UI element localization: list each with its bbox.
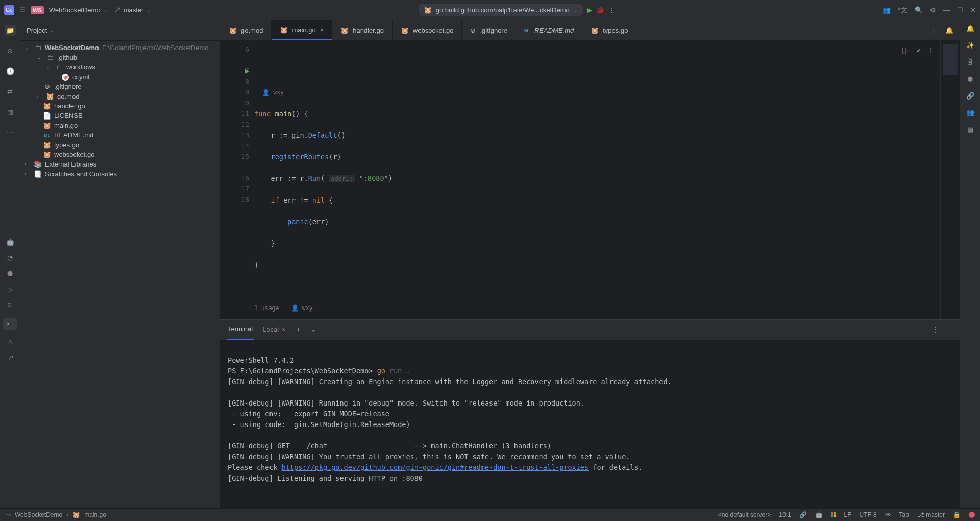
notifications-icon[interactable]: 🔔 bbox=[945, 27, 953, 34]
run-gutter-icon[interactable]: ▶ bbox=[245, 65, 249, 76]
terminal-body[interactable]: PowerShell 7.4.2 PS F:\GolandProjects\We… bbox=[220, 340, 960, 508]
tree-scratches[interactable]: › 📑 Scratches and Consoles bbox=[20, 169, 220, 179]
statusbar: ▭ WebSocketDemo › 🐹 main.go <no default … bbox=[0, 508, 980, 521]
tree-file-types[interactable]: 🐹 types.go bbox=[20, 140, 220, 150]
makefile-icon[interactable]: ⬢ bbox=[967, 75, 973, 83]
link-icon[interactable]: 🔗 bbox=[799, 511, 807, 518]
minimap[interactable] bbox=[940, 41, 960, 319]
services-icon[interactable]: ⬣ bbox=[7, 270, 13, 277]
run-configuration[interactable]: 🐹 go build github.com/palp1tate/We...cke… bbox=[419, 4, 583, 16]
tree-file-main[interactable]: 🐹 main.go bbox=[20, 121, 220, 130]
terminal-tool-icon[interactable]: ＞_ bbox=[3, 318, 16, 330]
ignore-icon: ⊘ bbox=[43, 83, 51, 90]
chevron-down-icon[interactable]: ⌄ bbox=[50, 28, 54, 33]
tree-folder-github[interactable]: ⌄ 🗀 .github bbox=[20, 53, 220, 62]
tree-folder-workflows[interactable]: ⌄ 🗀 workflows bbox=[20, 62, 220, 72]
ai-chat-icon[interactable]: 🤖 bbox=[6, 238, 14, 246]
usage-hint[interactable]: 1 usage bbox=[254, 304, 279, 312]
terminal-tab-title[interactable]: Terminal bbox=[227, 320, 254, 340]
copilot-icon[interactable]: 🤖 bbox=[815, 511, 823, 518]
commit-tool-icon[interactable]: ⊖ bbox=[5, 45, 16, 56]
tree-file-readme[interactable]: M↓ README.md bbox=[20, 130, 220, 140]
code-editor[interactable]: 6 7▶ 8 9 10 11 12 13 14 15 16 17 18 👁̶ ✔… bbox=[220, 41, 960, 319]
more-tool-icon[interactable]: ⋯ bbox=[5, 127, 16, 138]
terminal-link[interactable]: https://pkg.go.dev/github.com/gin-gonic/… bbox=[282, 463, 589, 471]
close-button[interactable]: ✕ bbox=[970, 6, 976, 14]
tree-file-ci-yml[interactable]: 🐙 ci.yml bbox=[20, 72, 220, 82]
tab-readme[interactable]: M↓README.md bbox=[516, 20, 582, 40]
tree-file-gitignore[interactable]: ⊘ .gitignore bbox=[20, 82, 220, 91]
new-session-button[interactable]: ＋ bbox=[295, 325, 302, 335]
notifications-icon[interactable]: 🔔 bbox=[966, 25, 974, 32]
inspection-ok-icon[interactable]: ✔ bbox=[917, 45, 921, 56]
git-tool-icon[interactable]: ⎇ bbox=[6, 354, 14, 362]
more-actions[interactable]: ⋮ bbox=[608, 6, 615, 14]
close-icon[interactable]: × bbox=[320, 26, 324, 34]
tab-types[interactable]: 🐹types.go bbox=[582, 20, 636, 40]
maximize-button[interactable]: ☐ bbox=[957, 6, 963, 14]
chevron-down-icon: ⌄ bbox=[146, 7, 151, 13]
line-separator[interactable]: LF bbox=[844, 511, 851, 518]
tree-file-license[interactable]: 📄 LICENSE bbox=[20, 111, 220, 121]
terminal-menu-icon[interactable]: ⋮ bbox=[932, 326, 939, 334]
lock-icon[interactable]: 🔒 bbox=[953, 511, 961, 518]
tab-gomod[interactable]: 🐹go.mod bbox=[220, 20, 272, 40]
server-status[interactable]: <no default server> bbox=[718, 511, 771, 518]
terminal-session-local[interactable]: Local × bbox=[263, 326, 286, 334]
indent-label[interactable]: Tab bbox=[899, 511, 909, 518]
encoding[interactable]: UTF-8 bbox=[860, 511, 877, 518]
tree-file-gomod[interactable]: › 🐹 go.mod bbox=[20, 91, 220, 101]
project-selector[interactable]: WebSocketDemo ⌄ bbox=[49, 6, 108, 14]
structure-tool-icon[interactable]: ▦ bbox=[5, 106, 16, 117]
database-icon[interactable]: 🗄 bbox=[967, 58, 973, 66]
debug-button[interactable]: 🐞 bbox=[596, 6, 604, 14]
breadcrumb-file[interactable]: main.go bbox=[84, 511, 106, 518]
tab-menu-icon[interactable]: ⋮ bbox=[930, 27, 937, 34]
windows-icon[interactable] bbox=[831, 512, 836, 517]
search-icon[interactable]: 🔍 bbox=[915, 6, 923, 14]
author-hint: wxy bbox=[302, 304, 313, 312]
coverage-icon[interactable]: ▤ bbox=[967, 126, 973, 133]
translate-icon[interactable]: ᴬ文 bbox=[898, 6, 908, 15]
reader-mode-icon[interactable]: 👁̶ bbox=[902, 45, 911, 56]
breadcrumb-project[interactable]: WebSocketDemo bbox=[15, 511, 62, 518]
hamburger-menu[interactable]: ☰ bbox=[19, 6, 26, 14]
error-indicator[interactable] bbox=[969, 512, 975, 518]
run-tool-icon[interactable]: ▷ bbox=[8, 286, 13, 293]
endpoints-icon[interactable]: 🔗 bbox=[966, 92, 974, 100]
tab-websocket[interactable]: 🐹websocket.go bbox=[393, 20, 462, 40]
packages-icon[interactable]: ⧉ bbox=[8, 301, 12, 310]
ai-assistant-icon[interactable]: ✨ bbox=[966, 41, 974, 49]
tree-file-websocket[interactable]: 🐹 websocket.go bbox=[20, 150, 220, 159]
run-button[interactable]: ▶ bbox=[587, 6, 592, 14]
branch-selector[interactable]: ⎇ master ⌄ bbox=[113, 6, 151, 14]
titlebar: Go ☰ WS WebSocketDemo ⌄ ⎇ master ⌄ 🐹 go … bbox=[0, 0, 980, 20]
dependencies-icon[interactable]: 👥 bbox=[966, 109, 974, 116]
tree-external-libs[interactable]: › 📚 External Libraries bbox=[20, 159, 220, 169]
settings-icon[interactable]: ⚙ bbox=[930, 6, 936, 14]
project-tool-icon[interactable]: 📁 bbox=[5, 25, 16, 36]
close-icon[interactable]: × bbox=[282, 326, 286, 334]
tab-main[interactable]: 🐹main.go× bbox=[272, 20, 332, 40]
scratch-icon: 📑 bbox=[34, 170, 42, 178]
code-with-me-icon[interactable]: 👥 bbox=[883, 6, 891, 14]
session-dropdown[interactable]: ⌄ bbox=[311, 326, 316, 334]
hide-panel-icon[interactable]: — bbox=[947, 326, 953, 334]
tab-gitignore[interactable]: ⊘.gitignore bbox=[462, 20, 516, 40]
profiler-icon[interactable]: ◔ bbox=[7, 254, 13, 262]
caret-position[interactable]: 19:1 bbox=[779, 511, 791, 518]
inspection-menu-icon[interactable]: ⋮ bbox=[927, 45, 934, 56]
right-toolbar: 🔔 ✨ 🗄 ⬢ 🔗 👥 ▤ bbox=[960, 20, 980, 508]
tab-handler[interactable]: 🐹handler.go bbox=[332, 20, 393, 40]
tree-file-handler[interactable]: 🐹 handler.go bbox=[20, 101, 220, 111]
pull-requests-icon[interactable]: ⇄ bbox=[5, 86, 16, 97]
tree-root[interactable]: ⌄ 🗀 WebSocketDemo F:\GolandProjects\WebS… bbox=[20, 43, 220, 53]
code-body[interactable]: 👁̶ ✔ ⋮ 👤 wxy func main() { r := gin.Defa… bbox=[254, 41, 940, 319]
go-icon: 🐹 bbox=[229, 27, 237, 34]
minimize-button[interactable]: — bbox=[943, 6, 950, 14]
problems-icon[interactable]: ⚠ bbox=[7, 338, 13, 346]
readonly-icon[interactable]: 👁 bbox=[885, 511, 891, 518]
folder-icon: 🗀 bbox=[34, 44, 42, 52]
vcs-tool-icon[interactable]: 🕓 bbox=[5, 65, 16, 77]
branch-status[interactable]: ⎇ master bbox=[917, 511, 945, 518]
